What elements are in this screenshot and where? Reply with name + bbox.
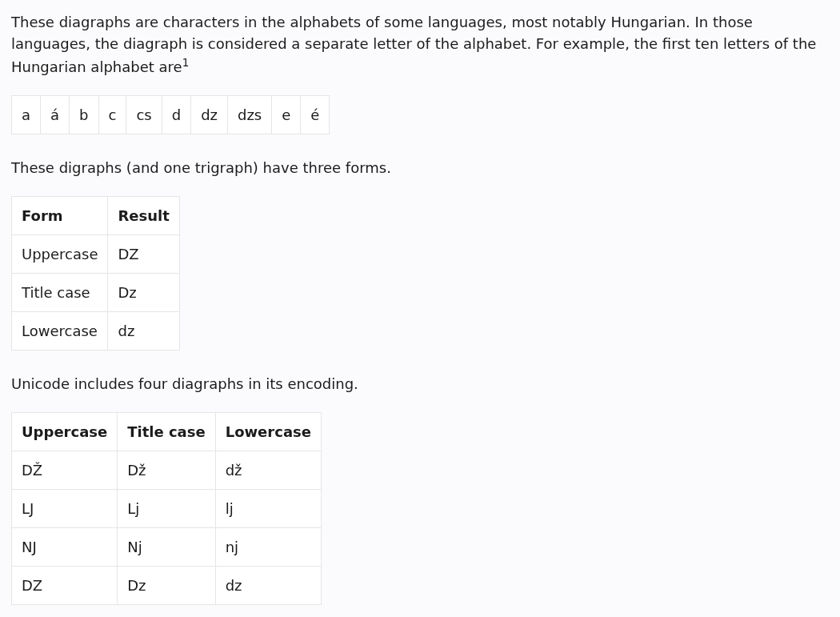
form-cell: Title case [12, 274, 108, 312]
alphabet-table: a á b c cs d dz dzs e é [11, 95, 330, 134]
upper-cell: DZ [12, 567, 118, 605]
digraphs-header-lower: Lowercase [215, 413, 321, 451]
alphabet-cell: dz [191, 96, 228, 134]
unicode-intro-paragraph: Unicode includes four diagraphs in its e… [11, 373, 829, 395]
forms-table: Form Result Uppercase DZ Title case Dz L… [11, 196, 180, 351]
form-cell: Uppercase [12, 235, 108, 274]
title-cell: Dž [118, 451, 215, 490]
table-row: Lowercase dz [12, 312, 180, 351]
title-cell: Dz [118, 567, 215, 605]
digraphs-header-row: Uppercase Title case Lowercase [12, 413, 322, 451]
table-row: Uppercase DZ [12, 235, 180, 274]
alphabet-cell: b [70, 96, 98, 134]
table-row: LJ Lj lj [12, 490, 322, 528]
digraphs-header-title: Title case [118, 413, 215, 451]
form-cell: Lowercase [12, 312, 108, 351]
result-cell: dz [108, 312, 179, 351]
alphabet-cell: e [272, 96, 301, 134]
alphabet-cell: dzs [228, 96, 272, 134]
title-cell: Nj [118, 528, 215, 567]
footnote-marker: 1 [182, 56, 190, 69]
alphabet-cell: cs [126, 96, 162, 134]
alphabet-cell: c [98, 96, 126, 134]
alphabet-cell: é [301, 96, 330, 134]
forms-header-form: Form [12, 197, 108, 235]
alphabet-cell: d [162, 96, 190, 134]
table-row: DZ Dz dz [12, 567, 322, 605]
table-row: Title case Dz [12, 274, 180, 312]
upper-cell: LJ [12, 490, 118, 528]
title-cell: Lj [118, 490, 215, 528]
lower-cell: dz [215, 567, 321, 605]
upper-cell: DŽ [12, 451, 118, 490]
digraphs-header-upper: Uppercase [12, 413, 118, 451]
forms-header-result: Result [108, 197, 179, 235]
upper-cell: NJ [12, 528, 118, 567]
result-cell: Dz [108, 274, 179, 312]
lower-cell: dž [215, 451, 321, 490]
intro-text: These diagraphs are characters in the al… [11, 14, 816, 75]
digraphs-table: Uppercase Title case Lowercase DŽ Dž dž … [11, 412, 322, 605]
table-row: NJ Nj nj [12, 528, 322, 567]
forms-header-row: Form Result [12, 197, 180, 235]
table-row: DŽ Dž dž [12, 451, 322, 490]
alphabet-cell: a [12, 96, 41, 134]
alphabet-cell: á [41, 96, 70, 134]
intro-paragraph: These diagraphs are characters in the al… [11, 11, 829, 78]
lower-cell: nj [215, 528, 321, 567]
forms-intro-paragraph: These digraphs (and one trigraph) have t… [11, 157, 829, 178]
alphabet-row: a á b c cs d dz dzs e é [12, 96, 330, 134]
result-cell: DZ [108, 235, 179, 274]
lower-cell: lj [215, 490, 321, 528]
